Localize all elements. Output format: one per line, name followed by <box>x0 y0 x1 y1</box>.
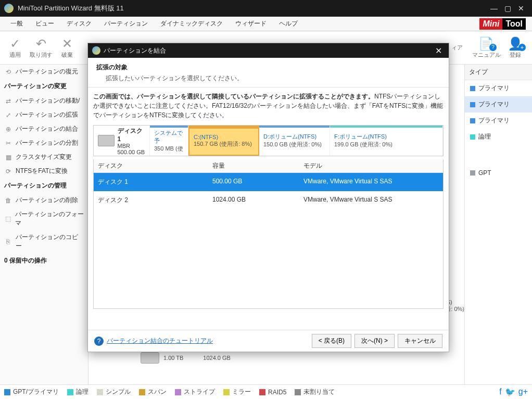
window-title: MiniTool Partition Wizard 無料版 11 <box>18 4 124 13</box>
next-button[interactable]: 次へ(N) > <box>354 334 395 348</box>
copy-icon: ⎘ <box>4 238 12 246</box>
dialog-titlebar: パーティションを結合 ✕ <box>88 43 449 58</box>
legend-swatch <box>139 389 145 395</box>
sidebar-item-restore[interactable]: ⟲パーティションの復元 <box>0 65 88 79</box>
legend-item: ストライプ <box>175 388 215 396</box>
sidebar-item-delete[interactable]: 🗑パーティションの削除 <box>0 193 88 207</box>
sidebar: ⟲パーティションの復元 パーティションの変更 ⇄パーティションの移動/ ⤢パーテ… <box>0 65 88 384</box>
dialog-footer: ? パーティション結合のチュートリアル < 戻る(B) 次へ(N) > キャンセ… <box>88 330 449 352</box>
partition-f[interactable]: F:ボリューム(NTFS)199.0 GB (使用済: 0%) <box>330 126 443 156</box>
type-column: タイプ プライマリプライマリプライマリ論理GPT <box>464 65 532 384</box>
legend-item: RAID5 <box>259 388 286 396</box>
table-row[interactable]: ディスク 21024.00 GBVMware, VMware Virtual S… <box>94 191 443 209</box>
legend-item: スパン <box>139 388 167 396</box>
maximize-button[interactable]: ▢ <box>501 2 514 15</box>
type-row[interactable]: 論理 <box>465 129 532 145</box>
cancel-button[interactable]: キャンセル <box>398 334 442 348</box>
discard-icon: ✕ <box>62 36 72 51</box>
menu-dynamic[interactable]: ダイナミックディスク <box>154 17 229 30</box>
type-row[interactable]: プライマリ <box>465 113 532 129</box>
disk2-row: 1.00 TB 1024.0 GB <box>141 352 231 364</box>
twitter-icon[interactable]: 🐦 <box>505 387 515 397</box>
manual-button[interactable]: 📄 ? マニュアル <box>472 33 501 63</box>
dialog-note: この画面では、パーティションを選択して隣接しているパーティションに拡張することが… <box>93 92 444 120</box>
disk-table: ディスク 容量 モデル ディスク 1500.00 GBVMware, VMwar… <box>93 159 444 309</box>
partition-c[interactable]: C:(NTFS)150.7 GB (使用済: 8%) <box>188 126 259 156</box>
merge-dialog: パーティションを結合 ✕ 拡張の対象 拡張したいパーティションを選択してください… <box>87 43 449 352</box>
sidebar-item-format[interactable]: ⬚パーティションのフォーマ <box>0 207 88 230</box>
dialog-header: 拡張の対象 拡張したいパーティションを選択してください。 <box>88 58 449 88</box>
sidebar-item-copy[interactable]: ⎘パーティションのコピー <box>0 230 88 253</box>
sidebar-pending: 0 保留中の操作 <box>0 253 88 268</box>
plus-badge-icon: + <box>518 44 526 51</box>
legend-swatch <box>259 389 265 395</box>
register-button[interactable]: 👤 + 登録 <box>501 33 530 63</box>
tutorial-link[interactable]: ? パーティション結合のチュートリアル <box>94 336 213 346</box>
menu-wizard[interactable]: ウィザード <box>229 17 273 30</box>
sidebar-item-move[interactable]: ⇄パーティションの移動/ <box>0 94 88 108</box>
disk-partition-panel: ディスク 1 MBR 500.00 GB システムで予350 MB (使C:(N… <box>93 125 444 156</box>
col-capacity: 容量 <box>208 159 299 172</box>
table-head: ディスク 容量 モデル <box>94 159 443 173</box>
back-button[interactable]: < 戻る(B) <box>312 334 351 348</box>
dialog-close-button[interactable]: ✕ <box>432 44 445 57</box>
col-model: モデル <box>299 159 443 172</box>
legend-item: ミラー <box>223 388 251 396</box>
sidebar-item-split[interactable]: ✂パーティションの分割 <box>0 136 88 150</box>
sidebar-header-change: パーティションの変更 <box>0 79 88 94</box>
legend-item: GPT/プライマリ <box>4 388 59 396</box>
type-swatch <box>470 170 475 176</box>
close-button[interactable]: ✕ <box>514 2 528 15</box>
sidebar-item-ntfs-fat[interactable]: ⟳NTFSをFATに変換 <box>0 164 88 178</box>
help-badge-icon: ? <box>489 44 497 51</box>
check-icon: ✓ <box>10 36 20 51</box>
type-row[interactable]: プライマリ <box>465 80 532 96</box>
sidebar-item-merge[interactable]: ⊕パーティションの結合 <box>0 122 88 136</box>
brand-logo: MiniTool <box>479 18 526 30</box>
col-disk: ディスク <box>94 159 208 172</box>
dialog-icon <box>92 46 100 55</box>
disk-icon <box>141 352 159 364</box>
disk-icon <box>98 135 115 146</box>
sidebar-item-extend[interactable]: ⤢パーティションの拡張 <box>0 108 88 122</box>
cluster-icon: ▦ <box>4 153 12 161</box>
type-row[interactable]: プライマリ <box>465 96 532 113</box>
menu-view[interactable]: ビュー <box>29 17 60 30</box>
legend-bar: GPT/プライマリ論理シンプルスパンストライプミラーRAID5未割り当て f 🐦… <box>0 384 532 399</box>
menu-help[interactable]: ヘルプ <box>273 17 304 30</box>
menu-general[interactable]: 一般 <box>4 17 29 30</box>
trash-icon: 🗑 <box>4 196 12 205</box>
legend-item: シンプル <box>97 388 131 396</box>
legend-swatch <box>223 389 230 395</box>
legend-swatch <box>4 389 10 395</box>
window-titlebar: MiniTool Partition Wizard 無料版 11 — ▢ ✕ <box>0 0 532 17</box>
sidebar-item-cluster[interactable]: ▦クラスタサイズ変更 <box>0 150 88 164</box>
legend-swatch <box>295 389 301 395</box>
partition-sys[interactable]: システムで予350 MB (使 <box>150 126 188 156</box>
type-header: タイプ <box>465 65 532 80</box>
dialog-subheading: 拡張したいパーティションを選択してください。 <box>96 74 440 83</box>
legend-swatch <box>175 389 181 395</box>
partition-d[interactable]: D:ボリューム(NTFS)150.0 GB (使用済: 0%) <box>259 126 330 156</box>
dialog-title: パーティションを結合 <box>104 46 166 55</box>
gplus-icon[interactable]: g+ <box>518 387 528 397</box>
discard-button[interactable]: ✕破棄 <box>54 33 80 63</box>
type-swatch <box>470 102 475 107</box>
move-icon: ⇄ <box>4 97 12 105</box>
table-row[interactable]: ディスク 1500.00 GBVMware, VMware Virtual S … <box>94 173 443 191</box>
legend-swatch <box>67 389 73 395</box>
type-swatch <box>470 134 475 140</box>
help-icon: ? <box>94 336 104 346</box>
restore-icon: ⟲ <box>4 68 12 76</box>
split-icon: ✂ <box>4 139 12 147</box>
menubar: 一般 ビュー ディスク パーティション ダイナミックディスク ウィザード ヘルプ… <box>0 17 532 31</box>
apply-button[interactable]: ✓適用 <box>2 33 28 63</box>
social-icons: f 🐦 g+ <box>499 387 528 397</box>
menu-disk[interactable]: ディスク <box>60 17 98 30</box>
type-row[interactable]: GPT <box>465 166 532 180</box>
facebook-icon[interactable]: f <box>499 387 501 397</box>
undo-button[interactable]: ↶取り消す <box>28 33 54 63</box>
minimize-button[interactable]: — <box>487 2 501 15</box>
menu-partition[interactable]: パーティション <box>98 17 154 30</box>
merge-icon: ⊕ <box>4 125 12 133</box>
